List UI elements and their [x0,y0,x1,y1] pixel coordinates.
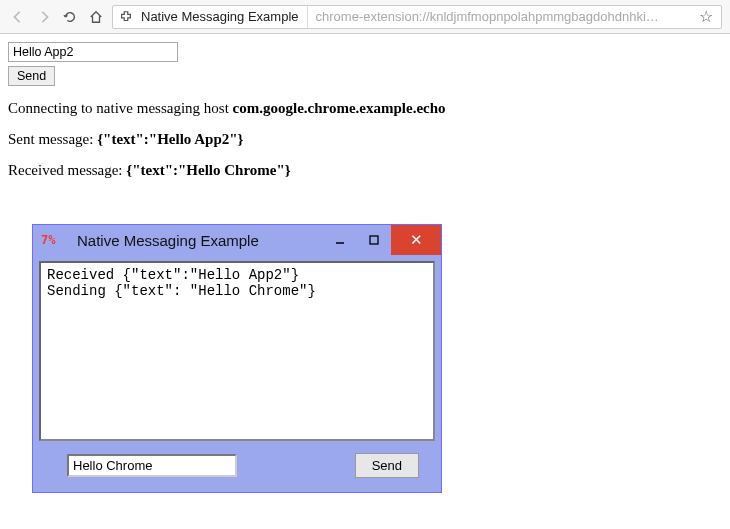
tk-icon: 7% [41,233,59,247]
arrow-left-icon [11,10,25,24]
window-controls: ✕ [323,225,441,255]
sent-payload: {"text":"Hello App2"} [97,131,243,147]
svg-rect-1 [370,236,378,244]
minimize-button[interactable] [323,225,357,255]
arrow-right-icon [37,10,51,24]
browser-toolbar: Native Messaging Example chrome-extensio… [0,0,730,34]
native-bottom-row: Send [39,441,435,486]
native-log-line-2: Sending {"text": "Hello Chrome"} [47,283,316,299]
native-send-button[interactable]: Send [355,453,419,478]
connect-host: com.google.chrome.example.echo [233,100,446,116]
bookmark-star-icon[interactable]: ☆ [691,7,721,26]
minimize-icon [335,235,345,245]
maximize-button[interactable] [357,225,391,255]
native-log[interactable]: Received {"text":"Hello App2"} Sending {… [39,261,435,441]
native-window: 7% Native Messaging Example ✕ Received {… [32,224,442,493]
sent-prefix: Sent message: [8,131,97,147]
native-message-input[interactable] [67,454,237,477]
connect-line: Connecting to native messaging host com.… [8,100,722,117]
reload-icon [63,10,77,24]
recv-prefix: Received message: [8,162,126,178]
native-log-line-1: Received {"text":"Hello App2"} [47,267,299,283]
page-body: Send Connecting to native messaging host… [0,34,730,201]
home-button[interactable] [86,7,106,27]
native-window-title: Native Messaging Example [59,232,323,249]
native-titlebar[interactable]: 7% Native Messaging Example ✕ [33,225,441,255]
received-line: Received message: {"text":"Hello Chrome"… [8,162,722,179]
back-button[interactable] [8,7,28,27]
omnibox[interactable]: Native Messaging Example chrome-extensio… [112,5,722,29]
close-button[interactable]: ✕ [391,225,441,255]
recv-payload: {"text":"Hello Chrome"} [126,162,290,178]
sent-line: Sent message: {"text":"Hello App2"} [8,131,722,148]
connect-prefix: Connecting to native messaging host [8,100,233,116]
extension-icon [113,10,139,24]
message-input[interactable] [8,42,178,62]
send-button[interactable]: Send [8,66,55,86]
forward-button[interactable] [34,7,54,27]
maximize-icon [369,235,379,245]
omnibox-url: chrome-extension://knldjmfmopnpolahpmmgb… [308,9,691,24]
home-icon [89,10,103,24]
close-icon: ✕ [410,231,423,249]
reload-button[interactable] [60,7,80,27]
omnibox-page-title: Native Messaging Example [139,6,308,28]
native-window-body: Received {"text":"Hello App2"} Sending {… [33,255,441,492]
